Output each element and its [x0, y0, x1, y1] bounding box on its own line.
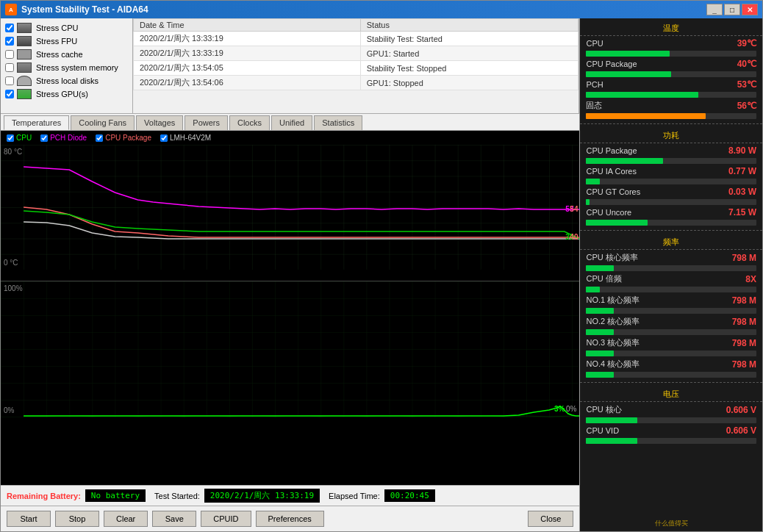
- pch-temp-bar-container: [580, 92, 762, 98]
- tab-temperatures[interactable]: Temperatures: [4, 115, 69, 130]
- battery-label: Remaining Battery:: [7, 492, 81, 500]
- temperature-chart: CPU PCH Diode CPU Pack: [1, 131, 579, 281]
- cpu-temp-row: CPU 39℃: [580, 36, 762, 51]
- log-datetime-3: 2020/2/1/周六 13:54:05: [134, 61, 361, 76]
- cpu-vid-bar: [586, 438, 637, 444]
- stress-disks-label: Stress local disks: [36, 76, 98, 85]
- no2-core-freq-row: NO.2 核心频率 798 M: [580, 314, 762, 329]
- cpu-temp-label: CPU: [586, 39, 717, 48]
- legend-lmh-check[interactable]: [160, 134, 168, 142]
- ssd-temp-row: 固态 56℃: [580, 98, 762, 113]
- stress-memory-label: Stress system memory: [36, 63, 118, 72]
- usage-y-min: 0%: [4, 406, 14, 414]
- ssd-temp-label: 固态: [586, 100, 717, 111]
- cpu-package-temp-bar-container: [580, 71, 762, 77]
- clear-button[interactable]: Clear: [104, 511, 148, 527]
- stop-button[interactable]: Stop: [55, 511, 99, 527]
- cpu-core-freq-row: CPU 核心频率 798 M: [580, 250, 762, 265]
- fpu-icon: [17, 36, 32, 46]
- gpu-icon: [17, 89, 32, 99]
- cpu-package-power-row: CPU Package 8.90 W: [580, 143, 762, 158]
- memory-icon: [17, 62, 32, 73]
- cpu-package-power-bar: [586, 158, 662, 164]
- cpu-pkg-value: 40: [570, 233, 578, 241]
- elapsed-label: Elapsed Time:: [329, 492, 380, 500]
- cpu-core-freq-label: CPU 核心频率: [586, 252, 717, 263]
- elapsed-status: Elapsed Time: 00:20:45: [329, 489, 435, 502]
- legend-pch-check[interactable]: [40, 134, 48, 142]
- minimize-button[interactable]: _: [706, 4, 723, 15]
- cpu-gt-power-row: CPU GT Cores 0.03 W: [580, 184, 762, 199]
- log-datetime-4: 2020/2/1/周六 13:54:06: [134, 76, 361, 90]
- ssd-temp-value: 56℃: [720, 101, 756, 111]
- tab-clocks[interactable]: Clocks: [229, 115, 270, 130]
- legend-package-check[interactable]: [96, 134, 103, 142]
- tab-statistics[interactable]: Statistics: [314, 115, 362, 130]
- legend-package: CPU Package: [96, 134, 151, 142]
- log-datetime-2: 2020/2/1/周六 13:33:19: [134, 46, 361, 61]
- cpu-temp-bar: [586, 51, 669, 57]
- tab-cooling-fans[interactable]: Cooling Fans: [71, 115, 135, 130]
- legend-pch-label: PCH Diode: [50, 134, 87, 142]
- usage-graph: 100% 0%: [1, 281, 579, 417]
- close-window-button[interactable]: ✕: [742, 4, 758, 15]
- tab-powers[interactable]: Powers: [185, 115, 228, 130]
- cpu-core-voltage-bar: [586, 417, 637, 423]
- freq-section: 频率 CPU 核心频率 798 M CPU 倍频 8X: [580, 232, 762, 381]
- table-row: 2020/2/1/周六 13:33:19 Stability Test: Sta…: [134, 32, 578, 46]
- no2-core-freq-value: 798 M: [720, 317, 756, 327]
- cpu-vid-label: CPU VID: [586, 426, 717, 435]
- cpu-core-voltage-row: CPU 核心 0.606 V: [580, 402, 762, 417]
- legend-package-label: CPU Package: [105, 134, 151, 142]
- chart-legend: CPU PCH Diode CPU Pack: [1, 131, 579, 145]
- section-divider-3: [580, 382, 762, 383]
- legend-lmh-label: LMH-64V2M: [170, 134, 211, 142]
- no4-core-freq-row: NO.4 核心频率 798 M: [580, 356, 762, 372]
- pch-temp-row: PCH 53℃: [580, 77, 762, 92]
- table-row: 2020/2/1/周六 13:54:05 Stability Test: Sto…: [134, 61, 578, 76]
- stress-memory-checkbox[interactable]: [5, 63, 14, 72]
- cpu-uncore-power-label: CPU Uncore: [586, 208, 717, 217]
- stress-disks-row: Stress local disks: [5, 76, 128, 86]
- cpu-ia-power-bar: [586, 179, 600, 184]
- stress-cpu-checkbox[interactable]: [5, 24, 14, 32]
- no3-core-freq-label: NO.3 核心频率: [586, 337, 717, 348]
- pch-temp-label: PCH: [586, 80, 717, 89]
- preferences-button[interactable]: Preferences: [256, 511, 324, 527]
- stress-gpu-row: Stress GPU(s): [5, 89, 128, 99]
- start-button[interactable]: Start: [7, 511, 51, 527]
- cpu-core-voltage-label: CPU 核心: [586, 404, 717, 415]
- temp-chart-svg: [1, 145, 579, 270]
- status-bar: Remaining Battery: No battery Test Start…: [1, 485, 579, 506]
- test-started-status: Test Started: 2020/2/1/周六 13:33:19: [154, 489, 320, 503]
- cpu-mult-label: CPU 倍频: [586, 273, 717, 284]
- cpu-mult-row: CPU 倍频 8X: [580, 271, 762, 287]
- usage-value: 3%: [554, 405, 565, 413]
- tab-unified[interactable]: Unified: [271, 115, 312, 130]
- log-table: Date & Time Status 2020/2/1/周六 13:33:19 …: [133, 18, 579, 113]
- close-button[interactable]: Close: [528, 511, 573, 527]
- stress-cache-row: Stress cache: [5, 49, 128, 60]
- log-datetime-1: 2020/2/1/周六 13:33:19: [134, 32, 361, 46]
- stress-fpu-label: Stress FPU: [36, 37, 77, 46]
- temp-y-min: 0 °C: [4, 259, 18, 267]
- cpu-ia-power-value: 0.77 W: [720, 166, 756, 176]
- log-status-3: Stability Test: Stopped: [360, 61, 578, 76]
- stress-disks-checkbox[interactable]: [5, 76, 14, 85]
- save-button[interactable]: Save: [152, 511, 196, 527]
- cpuid-button[interactable]: CPUID: [201, 511, 251, 527]
- legend-cpu-check[interactable]: [7, 134, 14, 142]
- maximize-button[interactable]: □: [724, 4, 740, 15]
- stress-fpu-checkbox[interactable]: [5, 37, 14, 46]
- cpu-core-freq-value: 798 M: [720, 253, 756, 263]
- col-datetime: Date & Time: [134, 19, 361, 32]
- col-status: Status: [360, 19, 578, 32]
- tab-voltages[interactable]: Voltages: [136, 115, 183, 130]
- stress-cpu-label: Stress CPU: [36, 24, 78, 32]
- stress-gpu-checkbox[interactable]: [5, 90, 14, 98]
- temp-section-title: 温度: [580, 21, 762, 36]
- no4-core-freq-bar: [586, 372, 613, 378]
- battery-value: No battery: [85, 489, 146, 502]
- stress-cache-checkbox[interactable]: [5, 50, 14, 59]
- stress-memory-row: Stress system memory: [5, 62, 128, 73]
